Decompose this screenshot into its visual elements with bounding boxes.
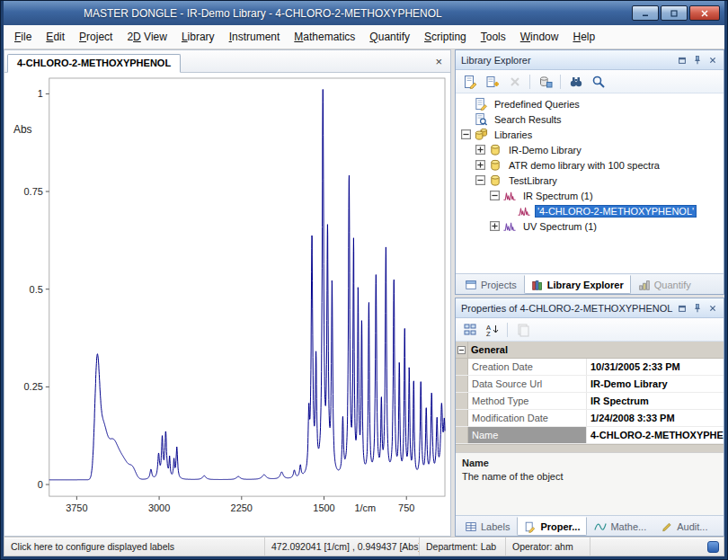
tree-item-libraries[interactable]: Libraries <box>456 127 724 142</box>
tree-item-uv-spectrum-1[interactable]: UV Spectrum (1) <box>456 218 724 234</box>
app-window: MASTER DONGLE - IR-Demo Library - 4-CHLO… <box>0 0 728 560</box>
menu-quantify[interactable]: Quantify <box>362 26 417 48</box>
menu-library[interactable]: Library <box>174 26 222 48</box>
menu-help[interactable]: Help <box>565 26 602 48</box>
close-small-button[interactable] <box>706 53 720 67</box>
tab-library-explorer[interactable]: Library Explorer <box>524 275 631 294</box>
menu-edit[interactable]: Edit <box>39 26 72 48</box>
properties-toolbar: AZ <box>456 318 724 342</box>
float-button[interactable] <box>675 53 689 67</box>
expand-icon[interactable] <box>475 145 485 155</box>
row-gutter <box>456 427 468 443</box>
menu-scripting[interactable]: Scripting <box>417 26 474 48</box>
library-icon <box>488 158 502 172</box>
pin-button[interactable] <box>690 53 705 67</box>
tab-label: Quantify <box>654 280 691 290</box>
library-icon <box>488 173 502 187</box>
search-library-icon <box>569 75 583 89</box>
property-row-name[interactable]: Name4-CHLORO-2-METHOXYPHENOL <box>456 427 724 444</box>
property-name: Modification Date <box>468 410 587 426</box>
window-title: MASTER DONGLE - IR-Demo Library - 4-CHLO… <box>84 7 442 20</box>
next-category-partial <box>456 444 724 452</box>
menu-bar: FileEditProject2D ViewLibraryInstrumentM… <box>4 25 724 49</box>
tab-mathe[interactable]: Mathe... <box>587 518 653 536</box>
collapse-icon[interactable] <box>475 175 485 185</box>
property-row-data-source-url[interactable]: Data Source UrlIR-Demo Library <box>456 376 724 393</box>
document-tab[interactable]: 4-CHLORO-2-METHOXYPHENOL <box>7 54 181 73</box>
main-content: 4-CHLORO-2-METHOXYPHENOL × 00.250.50.751… <box>4 49 724 537</box>
property-pages-button <box>512 320 533 339</box>
tree-item-predefined-queries[interactable]: Predefined Queries <box>456 96 724 111</box>
categorized-icon <box>463 323 477 337</box>
library-explorer-header-buttons <box>675 53 720 67</box>
menu-file[interactable]: File <box>7 26 39 48</box>
menu-window[interactable]: Window <box>513 26 566 48</box>
math-tab-icon <box>594 520 607 533</box>
menu-tools[interactable]: Tools <box>474 26 513 48</box>
property-row-creation-date[interactable]: Creation Date10/31/2005 2:33 PM <box>456 359 724 376</box>
maximize-button[interactable] <box>661 5 688 21</box>
minimize-button[interactable] <box>632 5 659 21</box>
menu-instrument[interactable]: Instrument <box>222 26 288 48</box>
row-gutter <box>456 410 468 426</box>
collapse-icon[interactable] <box>461 129 471 139</box>
find-in-library-button[interactable] <box>588 72 608 91</box>
tree-item-label: Predefined Queries <box>492 98 582 111</box>
tree-item-atr-demo-library-with-100-spectra[interactable]: ATR demo library with 100 spectra <box>456 157 724 173</box>
tab-labels[interactable]: Labels <box>457 518 517 536</box>
spectrum-chart[interactable]: 00.250.50.751Abs37503000225015007501/cm <box>4 73 450 536</box>
property-category-general[interactable]: General <box>456 342 724 359</box>
library-manager-button[interactable] <box>535 72 555 91</box>
tab-quantify[interactable]: Quantify <box>631 276 698 294</box>
tab-proper[interactable]: Proper... <box>517 517 587 536</box>
svg-text:Z: Z <box>486 330 491 337</box>
tree-item-4-chloro-2-methoxyphenol[interactable]: '4-CHLORO-2-METHOXYPHENOL' <box>456 203 724 218</box>
tree-item-label: IR-Demo Library <box>506 144 584 156</box>
row-gutter <box>456 359 468 375</box>
collapse-icon[interactable] <box>490 191 500 200</box>
status-segment-0[interactable]: Click here to configure displayed labels <box>4 538 265 556</box>
spectrum-plot[interactable]: 00.250.50.751Abs37503000225015007501/cm <box>4 73 450 536</box>
spectrum-document-panel: 4-CHLORO-2-METHOXYPHENOL × 00.250.50.751… <box>4 49 451 537</box>
property-row-method-type[interactable]: Method TypeIR Spectrum <box>456 393 724 410</box>
tree-item-label: IR Spectrum (1) <box>520 190 596 202</box>
float-button[interactable] <box>675 301 689 315</box>
y-tick-label: 0.75 <box>24 186 43 197</box>
tree-item-label: Libraries <box>492 129 535 141</box>
tab-label: Library Explorer <box>547 280 624 290</box>
tab-label: Mathe... <box>610 521 646 532</box>
new-query-button[interactable] <box>459 72 480 91</box>
collapse-icon[interactable] <box>457 346 466 354</box>
explorer-tab-strip: ProjectsLibrary ExplorerQuantify <box>456 273 724 294</box>
status-segment-1: 472.092041 [1/cm] , 0.949437 [Abs] <box>265 538 420 556</box>
tab-audit[interactable]: Audit... <box>653 518 715 536</box>
x-tick-label: 3750 <box>66 502 87 513</box>
tree-item-ir-spectrum-1[interactable]: IR Spectrum (1) <box>456 188 724 203</box>
tree-item-search-results[interactable]: Search Results <box>456 111 724 127</box>
menu-mathematics[interactable]: Mathematics <box>287 26 362 48</box>
close-small-button[interactable] <box>706 301 720 315</box>
properties-tab-strip: LabelsProper...Mathe...Audit... <box>456 515 724 536</box>
close-button[interactable] <box>689 5 720 21</box>
menu-project[interactable]: Project <box>72 26 120 48</box>
labels-icon <box>465 520 477 533</box>
alphabetical-sort-button[interactable]: AZ <box>482 320 502 339</box>
tree-item-ir-demo-library[interactable]: IR-Demo Library <box>456 142 724 157</box>
expand-icon[interactable] <box>475 160 485 170</box>
audit-tab-icon <box>661 520 673 533</box>
status-indicator-icon[interactable] <box>707 541 719 553</box>
property-row-modification-date[interactable]: Modification Date1/24/2008 3:33 PM <box>456 410 724 427</box>
expand-icon[interactable] <box>490 221 500 231</box>
tree-item-testlibrary[interactable]: TestLibrary <box>456 173 724 188</box>
pin-button[interactable] <box>690 301 705 315</box>
find-in-library-icon <box>591 75 606 89</box>
document-close-icon[interactable]: × <box>431 56 447 72</box>
tree-indent <box>461 99 471 109</box>
categorized-button[interactable] <box>459 320 480 339</box>
menu-2d-view[interactable]: 2D View <box>120 26 174 48</box>
property-grid: GeneralCreation Date10/31/2005 2:33 PMDa… <box>456 342 724 452</box>
library-explorer-tab-icon <box>531 279 544 291</box>
add-query-button[interactable] <box>482 72 502 91</box>
tab-projects[interactable]: Projects <box>457 276 524 294</box>
search-library-button[interactable] <box>565 72 586 91</box>
